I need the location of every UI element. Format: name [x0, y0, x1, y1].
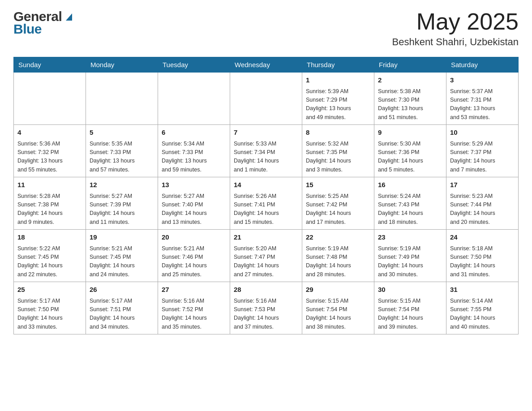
calendar-header-thursday: Thursday [302, 57, 374, 73]
day-info: Sunrise: 5:23 AMSunset: 7:44 PMDaylight:… [450, 192, 515, 227]
calendar-cell: 22Sunrise: 5:19 AMSunset: 7:48 PMDayligh… [302, 230, 374, 282]
day-number: 8 [306, 128, 370, 138]
calendar-cell: 23Sunrise: 5:19 AMSunset: 7:49 PMDayligh… [374, 230, 446, 282]
calendar-cell: 12Sunrise: 5:27 AMSunset: 7:39 PMDayligh… [86, 177, 158, 230]
day-info: Sunrise: 5:25 AMSunset: 7:42 PMDaylight:… [306, 192, 370, 227]
day-info: Sunrise: 5:37 AMSunset: 7:31 PMDaylight:… [450, 87, 515, 122]
calendar-cell: 17Sunrise: 5:23 AMSunset: 7:44 PMDayligh… [446, 177, 519, 230]
calendar-cell: 20Sunrise: 5:21 AMSunset: 7:46 PMDayligh… [158, 230, 230, 282]
calendar-cell: 7Sunrise: 5:33 AMSunset: 7:34 PMDaylight… [230, 125, 302, 177]
day-info: Sunrise: 5:16 AMSunset: 7:52 PMDaylight:… [162, 297, 226, 332]
day-info: Sunrise: 5:20 AMSunset: 7:47 PMDaylight:… [234, 244, 298, 279]
day-info: Sunrise: 5:15 AMSunset: 7:54 PMDaylight:… [306, 297, 370, 332]
page-header: General Blue May 2025 Beshkent Shahri, U… [13, 9, 519, 48]
calendar-cell: 30Sunrise: 5:15 AMSunset: 7:54 PMDayligh… [374, 282, 446, 334]
calendar-header-monday: Monday [86, 57, 158, 73]
day-info: Sunrise: 5:14 AMSunset: 7:55 PMDaylight:… [450, 297, 515, 332]
calendar-cell: 2Sunrise: 5:38 AMSunset: 7:30 PMDaylight… [374, 73, 446, 125]
day-info: Sunrise: 5:39 AMSunset: 7:29 PMDaylight:… [306, 87, 370, 122]
day-number: 2 [378, 75, 442, 86]
day-info: Sunrise: 5:32 AMSunset: 7:35 PMDaylight:… [306, 140, 370, 175]
calendar-cell [14, 73, 86, 125]
calendar-cell: 19Sunrise: 5:21 AMSunset: 7:45 PMDayligh… [86, 230, 158, 282]
day-info: Sunrise: 5:26 AMSunset: 7:41 PMDaylight:… [234, 192, 298, 227]
day-info: Sunrise: 5:16 AMSunset: 7:53 PMDaylight:… [234, 297, 298, 332]
day-number: 16 [378, 180, 442, 190]
day-info: Sunrise: 5:21 AMSunset: 7:46 PMDaylight:… [162, 244, 226, 279]
day-number: 10 [450, 128, 515, 138]
calendar-cell: 13Sunrise: 5:27 AMSunset: 7:40 PMDayligh… [158, 177, 230, 230]
calendar-cell [158, 73, 230, 125]
day-number: 29 [306, 285, 370, 295]
day-info: Sunrise: 5:27 AMSunset: 7:40 PMDaylight:… [162, 192, 226, 227]
day-info: Sunrise: 5:30 AMSunset: 7:36 PMDaylight:… [378, 140, 442, 175]
day-info: Sunrise: 5:36 AMSunset: 7:32 PMDaylight:… [17, 140, 82, 175]
day-info: Sunrise: 5:24 AMSunset: 7:43 PMDaylight:… [378, 192, 442, 227]
calendar-cell: 29Sunrise: 5:15 AMSunset: 7:54 PMDayligh… [302, 282, 374, 334]
calendar-table: SundayMondayTuesdayWednesdayThursdayFrid… [13, 57, 519, 334]
day-number: 1 [306, 75, 370, 86]
calendar-cell: 21Sunrise: 5:20 AMSunset: 7:47 PMDayligh… [230, 230, 302, 282]
day-number: 5 [90, 128, 154, 138]
calendar-cell [86, 73, 158, 125]
day-number: 24 [450, 232, 515, 243]
day-number: 23 [378, 232, 442, 243]
day-number: 22 [306, 232, 370, 243]
calendar-cell [230, 73, 302, 125]
day-number: 7 [234, 128, 298, 138]
calendar-cell: 16Sunrise: 5:24 AMSunset: 7:43 PMDayligh… [374, 177, 446, 230]
calendar-cell: 11Sunrise: 5:28 AMSunset: 7:38 PMDayligh… [14, 177, 86, 230]
calendar-cell: 31Sunrise: 5:14 AMSunset: 7:55 PMDayligh… [446, 282, 519, 334]
calendar-cell: 27Sunrise: 5:16 AMSunset: 7:52 PMDayligh… [158, 282, 230, 334]
day-info: Sunrise: 5:35 AMSunset: 7:33 PMDaylight:… [90, 140, 154, 175]
day-info: Sunrise: 5:34 AMSunset: 7:33 PMDaylight:… [162, 140, 226, 175]
title-section: May 2025 Beshkent Shahri, Uzbekistan [392, 9, 519, 48]
day-number: 6 [162, 128, 226, 138]
month-year-title: May 2025 [392, 9, 519, 34]
logo-triangle-icon [66, 13, 72, 21]
day-number: 3 [450, 75, 515, 86]
day-number: 13 [162, 180, 226, 190]
day-info: Sunrise: 5:27 AMSunset: 7:39 PMDaylight:… [90, 192, 154, 227]
calendar-cell: 3Sunrise: 5:37 AMSunset: 7:31 PMDaylight… [446, 73, 519, 125]
day-info: Sunrise: 5:29 AMSunset: 7:37 PMDaylight:… [450, 140, 515, 175]
calendar-cell: 25Sunrise: 5:17 AMSunset: 7:50 PMDayligh… [14, 282, 86, 334]
calendar-header-row: SundayMondayTuesdayWednesdayThursdayFrid… [14, 57, 519, 73]
logo: General Blue [13, 9, 72, 37]
day-info: Sunrise: 5:28 AMSunset: 7:38 PMDaylight:… [17, 192, 82, 227]
calendar-week-5: 25Sunrise: 5:17 AMSunset: 7:50 PMDayligh… [14, 282, 519, 334]
day-number: 20 [162, 232, 226, 243]
day-number: 30 [378, 285, 442, 295]
calendar-cell: 24Sunrise: 5:18 AMSunset: 7:50 PMDayligh… [446, 230, 519, 282]
calendar-week-4: 18Sunrise: 5:22 AMSunset: 7:45 PMDayligh… [14, 230, 519, 282]
day-number: 12 [90, 180, 154, 190]
day-number: 26 [90, 285, 154, 295]
day-info: Sunrise: 5:17 AMSunset: 7:50 PMDaylight:… [17, 297, 82, 332]
day-number: 11 [17, 180, 82, 190]
calendar-cell: 18Sunrise: 5:22 AMSunset: 7:45 PMDayligh… [14, 230, 86, 282]
day-number: 25 [17, 285, 82, 295]
day-info: Sunrise: 5:17 AMSunset: 7:51 PMDaylight:… [90, 297, 154, 332]
day-number: 4 [17, 128, 82, 138]
calendar-cell: 5Sunrise: 5:35 AMSunset: 7:33 PMDaylight… [86, 125, 158, 177]
calendar-cell: 10Sunrise: 5:29 AMSunset: 7:37 PMDayligh… [446, 125, 519, 177]
day-info: Sunrise: 5:22 AMSunset: 7:45 PMDaylight:… [17, 244, 82, 279]
day-number: 18 [17, 232, 82, 243]
calendar-week-1: 1Sunrise: 5:39 AMSunset: 7:29 PMDaylight… [14, 73, 519, 125]
calendar-cell: 4Sunrise: 5:36 AMSunset: 7:32 PMDaylight… [14, 125, 86, 177]
calendar-cell: 28Sunrise: 5:16 AMSunset: 7:53 PMDayligh… [230, 282, 302, 334]
calendar-cell: 15Sunrise: 5:25 AMSunset: 7:42 PMDayligh… [302, 177, 374, 230]
day-number: 21 [234, 232, 298, 243]
day-number: 27 [162, 285, 226, 295]
day-number: 17 [450, 180, 515, 190]
calendar-cell: 26Sunrise: 5:17 AMSunset: 7:51 PMDayligh… [86, 282, 158, 334]
calendar-cell: 8Sunrise: 5:32 AMSunset: 7:35 PMDaylight… [302, 125, 374, 177]
calendar-header-friday: Friday [374, 57, 446, 73]
calendar-week-2: 4Sunrise: 5:36 AMSunset: 7:32 PMDaylight… [14, 125, 519, 177]
calendar-header-sunday: Sunday [14, 57, 86, 73]
day-info: Sunrise: 5:19 AMSunset: 7:49 PMDaylight:… [378, 244, 442, 279]
calendar-cell: 1Sunrise: 5:39 AMSunset: 7:29 PMDaylight… [302, 73, 374, 125]
day-number: 9 [378, 128, 442, 138]
day-info: Sunrise: 5:18 AMSunset: 7:50 PMDaylight:… [450, 244, 515, 279]
location-subtitle: Beshkent Shahri, Uzbekistan [392, 36, 519, 48]
